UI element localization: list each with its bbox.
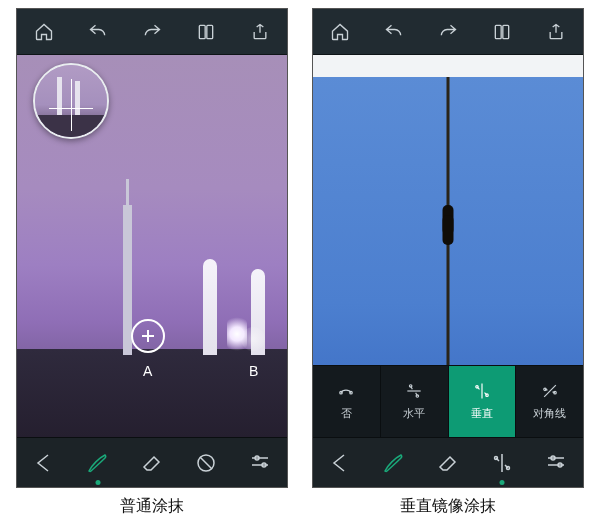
scene-rocket-a: [203, 259, 217, 355]
mirror-axes-icon: [490, 451, 514, 475]
brush-icon: [86, 451, 110, 475]
eraser-tool[interactable]: [421, 438, 475, 487]
top-toolbar: [17, 9, 287, 55]
brush-tool[interactable]: [71, 438, 125, 487]
home-button[interactable]: [22, 10, 66, 54]
home-icon: [34, 22, 54, 42]
redo-icon: [438, 22, 458, 42]
mirror-option-label: 否: [341, 406, 352, 421]
mirror-vertical-icon: [472, 382, 492, 400]
mirror-option-diagonal[interactable]: 对角线: [516, 366, 583, 437]
scene-pole: [447, 77, 450, 365]
share-icon: [250, 22, 270, 42]
bottom-toolbar: [313, 437, 583, 487]
brush-tool[interactable]: [367, 438, 421, 487]
back-arrow-icon: [328, 451, 352, 475]
home-icon: [330, 22, 350, 42]
right-phone: 否水平垂直对角线: [312, 8, 584, 488]
home-button[interactable]: [318, 10, 362, 54]
redo-button[interactable]: [130, 10, 174, 54]
back-button[interactable]: [17, 438, 71, 487]
undo-button[interactable]: [76, 10, 120, 54]
brush-preview-dot: [241, 327, 265, 351]
sliders-icon: [248, 451, 272, 475]
sliders-icon: [544, 451, 568, 475]
mirror-tool[interactable]: [179, 438, 233, 487]
share-icon: [546, 22, 566, 42]
brush-icon: [382, 451, 406, 475]
compare-icon: [196, 22, 216, 42]
bottom-toolbar: [17, 437, 287, 487]
undo-button[interactable]: [372, 10, 416, 54]
marker-b: B: [249, 363, 258, 379]
mirror-option-none[interactable]: 否: [313, 366, 381, 437]
mirror-option-label: 对角线: [533, 406, 566, 421]
eraser-icon: [436, 451, 460, 475]
right-caption: 垂直镜像涂抹: [400, 496, 496, 517]
mirror-horizontal-icon: [404, 382, 424, 400]
mirror-diagonal-icon: [540, 382, 560, 400]
svg-rect-1: [207, 25, 213, 38]
mirror-option-vertical[interactable]: 垂直: [449, 366, 517, 437]
redo-icon: [142, 22, 162, 42]
svg-rect-5: [495, 25, 501, 38]
mirror-option-label: 垂直: [471, 406, 493, 421]
eraser-icon: [140, 451, 164, 475]
settings-tool[interactable]: [529, 438, 583, 487]
mirror-options-row: 否水平垂直对角线: [313, 365, 583, 437]
mirror-tool-active[interactable]: [475, 438, 529, 487]
settings-tool[interactable]: [233, 438, 287, 487]
back-arrow-icon: [32, 451, 56, 475]
svg-point-10: [416, 395, 419, 398]
mirror-none-icon: [336, 382, 356, 400]
scene-top-strip: [313, 55, 583, 77]
back-button[interactable]: [313, 438, 367, 487]
left-caption: 普通涂抹: [120, 496, 184, 517]
mirror-off-icon: [194, 451, 218, 475]
mirror-option-label: 水平: [403, 406, 425, 421]
share-button[interactable]: [238, 10, 282, 54]
brush-reticle[interactable]: [131, 319, 165, 353]
compare-icon: [492, 22, 512, 42]
left-phone: A B: [16, 8, 288, 488]
eraser-tool[interactable]: [125, 438, 179, 487]
top-toolbar: [313, 9, 583, 55]
mirror-option-horizontal[interactable]: 水平: [381, 366, 449, 437]
svg-rect-6: [503, 25, 509, 38]
magnifier-loupe: [33, 63, 109, 139]
svg-point-9: [410, 385, 413, 388]
edit-canvas[interactable]: A B: [17, 55, 287, 437]
svg-rect-0: [199, 25, 205, 38]
redo-button[interactable]: [426, 10, 470, 54]
marker-a: A: [143, 363, 152, 379]
edit-canvas[interactable]: [313, 55, 583, 365]
compare-button[interactable]: [184, 10, 228, 54]
share-button[interactable]: [534, 10, 578, 54]
undo-icon: [384, 22, 404, 42]
undo-icon: [88, 22, 108, 42]
compare-button[interactable]: [480, 10, 524, 54]
